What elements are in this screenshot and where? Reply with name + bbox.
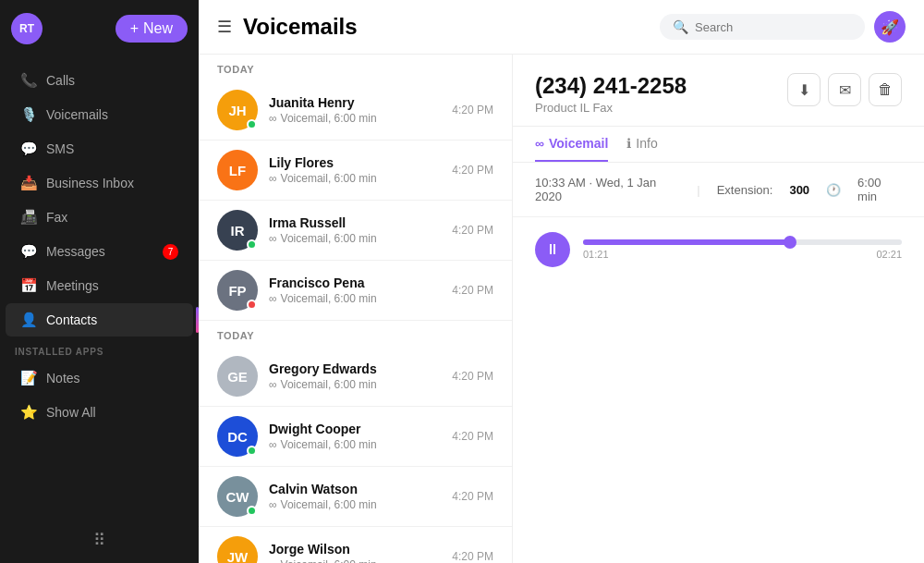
- download-icon: ⬇: [798, 81, 810, 99]
- sidebar-item-messages-label: Messages: [46, 244, 105, 259]
- sidebar-item-fax-label: Fax: [46, 210, 67, 225]
- meetings-icon: 📅: [20, 277, 37, 294]
- download-button[interactable]: ⬇: [787, 73, 821, 106]
- meta-extension-value: 300: [789, 183, 809, 197]
- sidebar-item-sms[interactable]: 💬 SMS: [6, 132, 193, 165]
- voicemail-icon: ∞: [269, 378, 277, 391]
- vm-time: 4:20 PM: [452, 164, 493, 177]
- detail-meta: 10:33 AM · Wed, 1 Jan 2020 | Extension: …: [513, 163, 924, 217]
- sidebar-item-meetings[interactable]: 📅 Meetings: [6, 269, 193, 302]
- vm-info: Calvin Watson ∞ Voicemail, 6:00 min: [269, 482, 441, 511]
- sidebar-item-contacts[interactable]: 👤 Contacts: [6, 303, 193, 337]
- progress-bar[interactable]: [583, 239, 902, 245]
- show-all-icon: ⭐: [20, 404, 37, 421]
- rocket-icon: 🚀: [881, 18, 899, 36]
- avatar-wrap: IR: [217, 210, 258, 251]
- grid-icon[interactable]: ⠿: [93, 530, 105, 550]
- avatar-wrap: LF: [217, 150, 258, 190]
- sidebar-item-messages[interactable]: 💬 Messages 7: [6, 235, 193, 268]
- pause-icon: ⏸: [545, 241, 560, 258]
- info-tab-icon: ℹ: [626, 136, 631, 151]
- sidebar-item-fax[interactable]: 📠 Fax: [6, 201, 193, 234]
- vm-name: Calvin Watson: [269, 482, 441, 496]
- section-label-today-2: TODAY: [199, 321, 512, 347]
- voicemail-icon: ∞: [269, 558, 277, 563]
- list-item[interactable]: GE Gregory Edwards ∞ Voicemail, 6:00 min…: [199, 347, 512, 407]
- vm-time: 4:20 PM: [452, 490, 493, 503]
- vm-desc: ∞ Voicemail, 6:00 min: [269, 292, 441, 305]
- avatar-wrap: FP: [217, 270, 258, 311]
- sidebar-item-notes[interactable]: 📝 Notes: [6, 361, 193, 395]
- detail-player: ⏸ 01:21 02:21: [513, 217, 924, 282]
- status-dot-green: [247, 119, 257, 129]
- rocket-button[interactable]: 🚀: [874, 11, 906, 43]
- voicemail-icon: ∞: [269, 112, 277, 125]
- voicemail-icon: ∞: [269, 172, 277, 185]
- sidebar-item-business-inbox-label: Business Inbox: [46, 176, 134, 190]
- sidebar-item-show-all[interactable]: ⭐ Show All: [6, 396, 193, 429]
- search-input[interactable]: [695, 20, 852, 34]
- status-dot-green: [247, 239, 257, 250]
- sidebar-item-calls-label: Calls: [46, 73, 75, 88]
- list-item[interactable]: JW Jorge Wilson ∞ Voicemail, 6:00 min 4:…: [199, 527, 512, 563]
- voicemail-icon: ∞: [269, 232, 277, 245]
- vm-name: Lily Flores: [269, 155, 441, 170]
- list-item[interactable]: LF Lily Flores ∞ Voicemail, 6:00 min 4:2…: [199, 141, 512, 201]
- sidebar-item-contacts-label: Contacts: [46, 312, 97, 327]
- business-inbox-icon: 📥: [20, 175, 37, 191]
- vm-name: Dwight Cooper: [269, 422, 441, 436]
- fax-icon: 📠: [20, 209, 37, 226]
- total-time: 02:21: [876, 249, 902, 260]
- detail-panel: (234) 241-2258 Product IL Fax ⬇ ✉ 🗑: [513, 55, 924, 563]
- search-bar: 🔍: [660, 14, 865, 40]
- vm-desc: ∞ Voicemail, 6:00 min: [269, 232, 441, 245]
- tab-info[interactable]: ℹ Info: [626, 127, 657, 162]
- sidebar-item-business-inbox[interactable]: 📥 Business Inbox: [6, 166, 193, 200]
- voicemail-icon: ∞: [269, 498, 277, 511]
- vm-time: 4:20 PM: [452, 104, 493, 116]
- vm-info: Irma Russell ∞ Voicemail, 6:00 min: [269, 215, 441, 245]
- list-item[interactable]: FP Francisco Pena ∞ Voicemail, 6:00 min …: [199, 261, 512, 321]
- messages-badge: 7: [163, 244, 178, 260]
- sms-icon: 💬: [20, 141, 37, 157]
- sidebar-item-calls[interactable]: 📞 Calls: [6, 64, 193, 97]
- avatar-wrap: CW: [217, 476, 258, 517]
- list-item[interactable]: IR Irma Russell ∞ Voicemail, 6:00 min 4:…: [199, 201, 512, 261]
- avatar-wrap: JW: [217, 536, 258, 563]
- calls-icon: 📞: [20, 72, 37, 89]
- meta-datetime: 10:33 AM · Wed, 1 Jan 2020: [535, 176, 680, 203]
- detail-phone-number: (234) 241-2258: [535, 73, 687, 99]
- new-button[interactable]: + New: [116, 15, 188, 43]
- sidebar-footer: ⠿: [0, 517, 199, 563]
- list-item[interactable]: CW Calvin Watson ∞ Voicemail, 6:00 min 4…: [199, 467, 512, 527]
- list-item[interactable]: JH Juanita Henry ∞ Voicemail, 6:00 min 4…: [199, 80, 512, 141]
- sidebar-item-voicemails[interactable]: 🎙️ Voicemails: [6, 98, 193, 131]
- vm-desc: ∞ Voicemail, 6:00 min: [269, 112, 441, 125]
- vm-desc: ∞ Voicemail, 6:00 min: [269, 438, 441, 451]
- meta-sep-1: |: [697, 183, 699, 197]
- meta-duration: 6:00 min: [857, 176, 902, 203]
- tab-voicemail[interactable]: ∞ Voicemail: [535, 127, 608, 162]
- progress-times: 01:21 02:21: [583, 249, 902, 260]
- user-avatar: RT: [11, 13, 43, 44]
- list-item[interactable]: DC Dwight Cooper ∞ Voicemail, 6:00 min 4…: [199, 407, 512, 467]
- installed-apps-label: INSTALLED APPS: [0, 337, 199, 361]
- sidebar: RT + New 📞 Calls 🎙️ Voicemails 💬 SMS 📥 B…: [0, 0, 199, 563]
- sidebar-item-show-all-label: Show All: [46, 405, 96, 420]
- avatar: LF: [217, 150, 258, 190]
- vm-name: Jorge Wilson: [269, 542, 441, 557]
- notes-icon: 📝: [20, 370, 37, 386]
- pause-button[interactable]: ⏸: [535, 232, 570, 267]
- voicemail-tab-icon: ∞: [535, 136, 544, 151]
- top-header-bar: ☰ Voicemails 🔍 🚀: [199, 0, 924, 55]
- vm-time: 4:20 PM: [452, 370, 493, 383]
- sidebar-item-sms-label: SMS: [46, 141, 74, 156]
- detail-subtitle: Product IL Fax: [535, 101, 687, 115]
- hamburger-icon[interactable]: ☰: [217, 17, 232, 37]
- delete-button[interactable]: 🗑: [869, 73, 902, 106]
- vm-desc: ∞ Voicemail, 6:00 min: [269, 172, 441, 185]
- email-button[interactable]: ✉: [828, 73, 861, 106]
- player-track: ⏸ 01:21 02:21: [535, 232, 902, 267]
- voicemails-icon: 🎙️: [20, 106, 37, 123]
- vm-info: Lily Flores ∞ Voicemail, 6:00 min: [269, 155, 441, 185]
